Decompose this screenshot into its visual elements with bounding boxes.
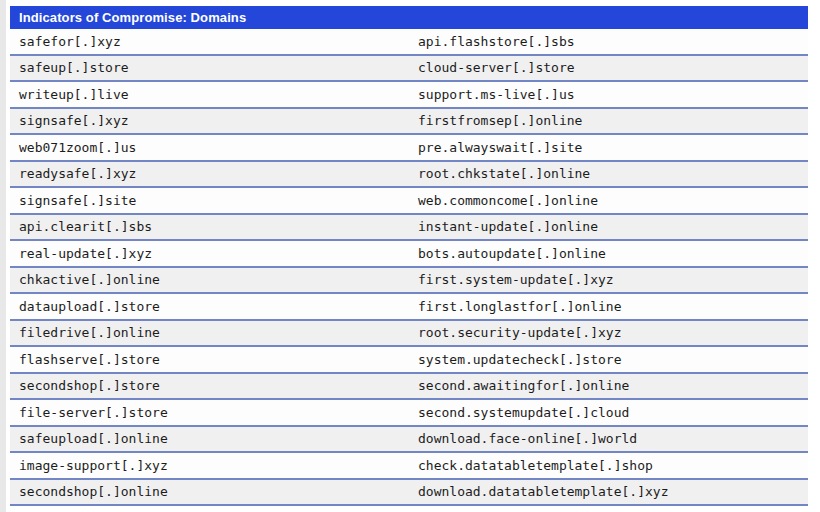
domain-cell: readysafe[.]xyz — [10, 166, 409, 181]
table-row: real-update[.]xyzbots.autoupdate[.]onlin… — [10, 241, 808, 268]
domain-cell: second.awaitingfor[.]online — [409, 378, 808, 393]
domain-cell: signsafe[.]xyz — [10, 113, 409, 128]
domain-cell: secondshop[.]online — [10, 484, 409, 499]
domain-cell: signsafe[.]site — [10, 193, 409, 208]
table-row: safeup[.]storecloud-server[.]store — [10, 56, 808, 83]
domain-cell: root.security-update[.]xyz — [409, 325, 808, 340]
table-row: secondshop[.]storesecond.awaitingfor[.]o… — [10, 374, 808, 401]
domain-cell: second.systemupdate[.]cloud — [409, 405, 808, 420]
domain-cell: dataupload[.]store — [10, 299, 409, 314]
domain-cell: api.flashstore[.]sbs — [409, 34, 808, 49]
domain-cell: file-server[.]store — [10, 405, 409, 420]
table-row: safefor[.]xyzapi.flashstore[.]sbs — [10, 29, 808, 56]
domain-cell: safeupload[.]online — [10, 431, 409, 446]
table-row: dataupload[.]storefirst.longlastfor[.]on… — [10, 294, 808, 321]
table-header-title: Indicators of Compromise: Domains — [10, 6, 808, 29]
domain-cell: pre.alwayswait[.]site — [409, 140, 808, 155]
domain-cell: real-update[.]xyz — [10, 246, 409, 261]
domain-cell: system.updatecheck[.]store — [409, 352, 808, 367]
table-body: safefor[.]xyzapi.flashstore[.]sbssafeup[… — [10, 29, 808, 506]
table-row: signsafe[.]xyzfirstfromsep[.]online — [10, 109, 808, 136]
domain-cell: first.system-update[.]xyz — [409, 272, 808, 287]
table-row: flashserve[.]storesystem.updatecheck[.]s… — [10, 347, 808, 374]
domain-cell: safeup[.]store — [10, 60, 409, 75]
domain-cell: instant-update[.]online — [409, 219, 808, 234]
ioc-domains-table: Indicators of Compromise: Domains safefo… — [10, 6, 808, 506]
page-left-margin-strip — [0, 0, 6, 512]
table-row: secondshop[.]onlinedownload.datatabletem… — [10, 480, 808, 507]
domain-cell: firstfromsep[.]online — [409, 113, 808, 128]
domain-cell: download.face-online[.]world — [409, 431, 808, 446]
table-row: signsafe[.]siteweb.commoncome[.]online — [10, 188, 808, 215]
domain-cell: secondshop[.]store — [10, 378, 409, 393]
domain-cell: support.ms-live[.]us — [409, 87, 808, 102]
table-row: readysafe[.]xyzroot.chkstate[.]online — [10, 162, 808, 189]
table-row: api.clearit[.]sbsinstant-update[.]online — [10, 215, 808, 242]
domain-cell: chkactive[.]online — [10, 272, 409, 287]
domain-cell: image-support[.]xyz — [10, 458, 409, 473]
domain-cell: flashserve[.]store — [10, 352, 409, 367]
domain-cell: web.commoncome[.]online — [409, 193, 808, 208]
domain-cell: check.datatabletemplate[.]shop — [409, 458, 808, 473]
domain-cell: cloud-server[.]store — [409, 60, 808, 75]
table-row: filedrive[.]onlineroot.security-update[.… — [10, 321, 808, 348]
domain-cell: first.longlastfor[.]online — [409, 299, 808, 314]
domain-cell: web071zoom[.]us — [10, 140, 409, 155]
table-row: chkactive[.]onlinefirst.system-update[.]… — [10, 268, 808, 295]
table-row: file-server[.]storesecond.systemupdate[.… — [10, 400, 808, 427]
table-row: image-support[.]xyzcheck.datatabletempla… — [10, 453, 808, 480]
domain-cell: safefor[.]xyz — [10, 34, 409, 49]
domain-cell: filedrive[.]online — [10, 325, 409, 340]
domain-cell: bots.autoupdate[.]online — [409, 246, 808, 261]
table-row: web071zoom[.]uspre.alwayswait[.]site — [10, 135, 808, 162]
table-row: writeup[.]livesupport.ms-live[.]us — [10, 82, 808, 109]
domain-cell: download.datatabletemplate[.]xyz — [409, 484, 808, 499]
domain-cell: root.chkstate[.]online — [409, 166, 808, 181]
table-row: safeupload[.]onlinedownload.face-online[… — [10, 427, 808, 454]
domain-cell: api.clearit[.]sbs — [10, 219, 409, 234]
domain-cell: writeup[.]live — [10, 87, 409, 102]
